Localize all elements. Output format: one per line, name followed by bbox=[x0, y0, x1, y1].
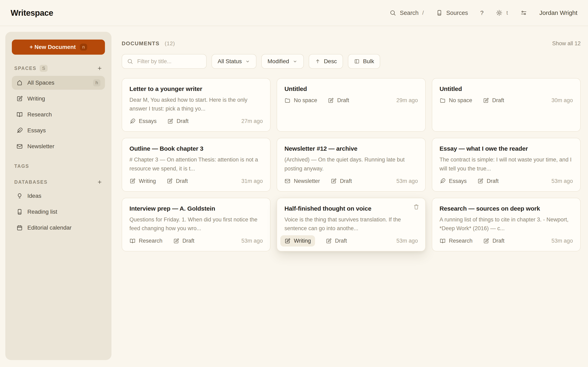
document-card[interactable]: Interview prep — A. Goldstein Questions … bbox=[122, 198, 270, 251]
search-button[interactable]: Search / bbox=[389, 9, 424, 16]
document-status-label: Draft bbox=[493, 238, 504, 244]
document-meta: Newsletter Draft 53m ago bbox=[285, 178, 418, 184]
sidebar-item-writing[interactable]: Writing bbox=[12, 92, 105, 106]
new-document-button[interactable]: + New Document n bbox=[12, 40, 105, 55]
bulk-select-button[interactable]: Bulk bbox=[348, 54, 380, 69]
sidebar-item-label: Writing bbox=[27, 95, 45, 102]
document-status-label: Draft bbox=[492, 97, 504, 104]
document-status: Draft bbox=[330, 178, 352, 184]
bulk-label: Bulk bbox=[363, 58, 374, 65]
document-excerpt: Questions for Friday. 1. When did you fi… bbox=[130, 215, 263, 233]
document-timestamp: 53m ago bbox=[397, 238, 418, 244]
document-title: Untitled bbox=[440, 85, 573, 92]
search-icon bbox=[389, 9, 396, 16]
document-meta: No space Draft 29m ago bbox=[285, 97, 418, 104]
sliders-icon bbox=[520, 9, 527, 16]
document-space[interactable]: Essays bbox=[440, 178, 467, 184]
add-space-button[interactable] bbox=[97, 66, 103, 71]
sidebar-item-label: Reading list bbox=[27, 209, 57, 215]
sort-field-value: Modified bbox=[268, 58, 289, 65]
document-title: Newsletter #12 — archive bbox=[285, 145, 418, 152]
document-timestamp: 27m ago bbox=[241, 118, 263, 124]
document-space-label: No space bbox=[449, 97, 472, 104]
pen-icon bbox=[16, 95, 23, 102]
document-meta: Essays Draft 53m ago bbox=[440, 178, 573, 184]
sidebar-item-reading-list[interactable]: Reading list bbox=[12, 205, 105, 219]
document-space-label: Writing bbox=[294, 238, 311, 244]
book-icon bbox=[16, 209, 23, 215]
search-icon bbox=[127, 58, 133, 64]
status-filter-select[interactable]: All Status bbox=[212, 54, 256, 69]
tags-section-header: TAGS bbox=[14, 164, 103, 169]
show-all-link[interactable]: Show all 12 bbox=[552, 40, 581, 47]
pen-icon bbox=[167, 178, 173, 184]
sources-label: Sources bbox=[446, 9, 468, 16]
chevron-down-icon bbox=[292, 59, 298, 64]
book-open-icon bbox=[16, 111, 23, 118]
document-timestamp: 30m ago bbox=[552, 97, 573, 104]
sort-field-select[interactable]: Modified bbox=[261, 54, 304, 69]
folder-icon bbox=[285, 98, 291, 104]
documents-grid: Letter to a younger writer Dear M, You a… bbox=[122, 78, 581, 251]
sort-direction-label: Desc bbox=[324, 58, 337, 65]
document-space[interactable]: Writing bbox=[280, 235, 315, 247]
sidebar-item-all-spaces[interactable]: All Spaces h bbox=[12, 76, 105, 90]
document-status-label: Draft bbox=[337, 97, 349, 104]
sidebar-item-label: Newsletter bbox=[27, 143, 54, 150]
document-title: Half-finished thought on voice bbox=[285, 205, 418, 212]
document-space[interactable]: Research bbox=[130, 238, 163, 244]
sidebar-item-label: Editorial calendar bbox=[27, 225, 71, 231]
trash-icon[interactable] bbox=[413, 203, 420, 210]
document-space[interactable]: Research bbox=[440, 238, 473, 244]
status-filter-value: All Status bbox=[218, 58, 242, 65]
document-card[interactable]: Letter to a younger writer Dear M, You a… bbox=[122, 78, 270, 132]
pen-icon bbox=[483, 98, 489, 104]
theme-toggle-button[interactable]: t bbox=[496, 9, 508, 16]
settings-button[interactable] bbox=[520, 9, 527, 16]
databases-nav: Ideas Reading list Editorial calendar bbox=[12, 189, 105, 235]
document-status: Draft bbox=[483, 238, 504, 244]
bulk-panel-icon bbox=[354, 58, 360, 64]
document-space[interactable]: No space bbox=[285, 97, 317, 104]
user-name[interactable]: Jordan Wright bbox=[539, 9, 577, 16]
document-card[interactable]: Newsletter #12 — archive (Archived) — On… bbox=[277, 138, 425, 192]
document-timestamp: 29m ago bbox=[397, 97, 418, 104]
book-icon bbox=[436, 9, 443, 16]
sidebar-item-editorial-calendar[interactable]: Editorial calendar bbox=[12, 221, 105, 235]
document-space-label: Writing bbox=[139, 178, 156, 184]
sidebar-item-essays[interactable]: Essays bbox=[12, 124, 105, 137]
document-card[interactable]: Untitled No space Draft 30m ago bbox=[432, 78, 581, 132]
pen-icon bbox=[328, 98, 334, 104]
sidebar-item-research[interactable]: Research bbox=[12, 108, 105, 122]
shortcut-badge: h bbox=[93, 79, 100, 86]
sidebar-item-newsletter[interactable]: Newsletter bbox=[12, 140, 105, 153]
add-database-button[interactable] bbox=[97, 179, 103, 185]
plus-icon bbox=[97, 179, 103, 185]
pen-icon bbox=[483, 238, 489, 244]
document-status-label: Draft bbox=[177, 118, 189, 124]
filter-input[interactable] bbox=[136, 58, 201, 65]
document-status-label: Draft bbox=[340, 178, 352, 184]
document-card[interactable]: Research — sources on deep work A runnin… bbox=[432, 198, 581, 251]
document-card[interactable]: Essay — what I owe the reader The contra… bbox=[432, 138, 581, 192]
sort-direction-button[interactable]: Desc bbox=[309, 54, 343, 69]
help-button[interactable]: ? bbox=[480, 9, 484, 16]
sidebar-item-ideas[interactable]: Ideas bbox=[12, 189, 105, 203]
sources-button[interactable]: Sources bbox=[436, 9, 468, 16]
document-card[interactable]: Outline — Book chapter 3 # Chapter 3 — O… bbox=[122, 138, 270, 192]
document-timestamp: 53m ago bbox=[552, 238, 573, 244]
book-open-icon bbox=[130, 238, 136, 244]
sidebar-item-label: All Spaces bbox=[27, 80, 54, 86]
document-card[interactable]: Untitled No space Draft 29m ago bbox=[277, 78, 425, 132]
document-status: Draft bbox=[328, 97, 349, 104]
document-timestamp: 53m ago bbox=[397, 178, 418, 184]
document-space[interactable]: Writing bbox=[130, 178, 156, 184]
document-status: Draft bbox=[167, 118, 189, 124]
document-card[interactable]: Half-finished thought on voice Voice is … bbox=[277, 198, 425, 251]
document-space[interactable]: Essays bbox=[130, 118, 156, 124]
document-space[interactable]: No space bbox=[440, 97, 472, 104]
document-title: Untitled bbox=[285, 85, 418, 92]
document-space-label: Essays bbox=[449, 178, 467, 184]
document-space-label: Research bbox=[449, 238, 473, 244]
document-space[interactable]: Newsletter bbox=[285, 178, 320, 184]
